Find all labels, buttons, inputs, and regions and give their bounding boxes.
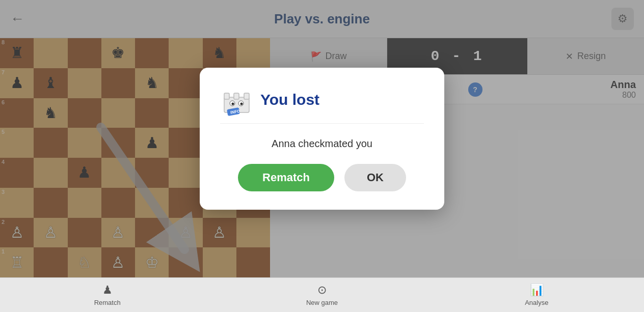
- nav-rematch-label: Rematch: [94, 299, 121, 306]
- svg-point-8: [232, 103, 234, 105]
- svg-rect-5: [244, 93, 249, 99]
- modal-header: INFO You lost: [220, 83, 424, 124]
- modal-actions: Rematch OK: [220, 164, 424, 191]
- svg-rect-4: [234, 93, 239, 99]
- rematch-nav-icon: ♟: [102, 283, 113, 297]
- nav-rematch[interactable]: ♟ Rematch: [0, 278, 214, 312]
- modal-message: Anna checkmated you: [220, 128, 424, 164]
- game-result-modal: INFO You lost Anna checkmated you Rematc…: [200, 68, 444, 210]
- nav-new-game[interactable]: ⊙ New game: [214, 278, 429, 312]
- analyse-nav-icon: 📊: [530, 283, 544, 297]
- mascot-svg: INFO: [220, 83, 253, 116]
- ok-button[interactable]: OK: [344, 164, 406, 191]
- svg-text:INFO: INFO: [230, 109, 240, 115]
- mascot: INFO: [220, 83, 253, 116]
- svg-point-9: [240, 103, 243, 105]
- nav-analyse-label: Analyse: [525, 299, 548, 306]
- new-game-nav-icon: ⊙: [317, 283, 327, 297]
- nav-new-game-label: New game: [306, 299, 338, 306]
- bottom-nav: ♟ Rematch ⊙ New game 📊 Analyse: [0, 277, 644, 312]
- nav-analyse[interactable]: 📊 Analyse: [430, 278, 644, 312]
- modal-overlay: INFO You lost Anna checkmated you Rematc…: [0, 0, 644, 277]
- svg-rect-3: [224, 93, 229, 99]
- rematch-button[interactable]: Rematch: [238, 164, 334, 191]
- modal-title: You lost: [260, 91, 319, 108]
